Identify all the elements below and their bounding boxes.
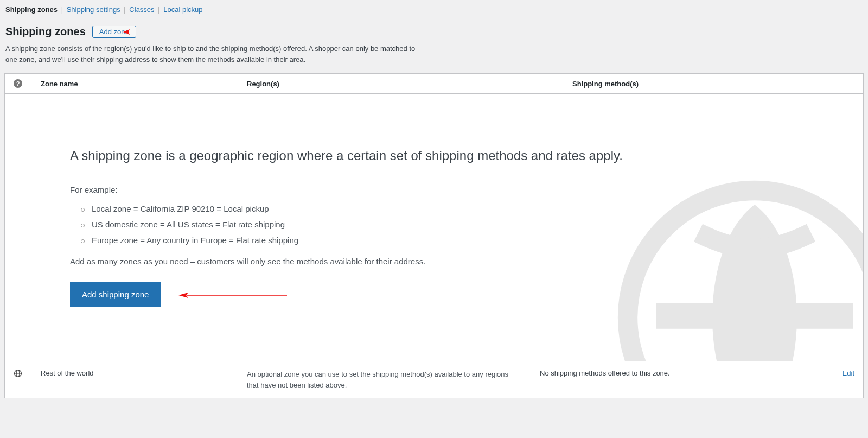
example-item: Europe zone = Any country in Europe = Fl… bbox=[81, 236, 798, 245]
empty-footer: Add as many zones as you need – customer… bbox=[70, 257, 798, 266]
svg-marker-0 bbox=[123, 29, 130, 35]
empty-title: A shipping zone is a geographic region w… bbox=[70, 148, 798, 163]
page-description: A shipping zone consists of the region(s… bbox=[5, 43, 418, 65]
subnav-shipping-zones[interactable]: Shipping zones bbox=[5, 5, 58, 14]
rest-zone-region: An optional zone you can use to set the … bbox=[247, 369, 540, 390]
empty-for-example: For example: bbox=[70, 185, 798, 194]
annotation-arrow-icon bbox=[178, 290, 287, 301]
subnav-classes[interactable]: Classes bbox=[129, 5, 154, 14]
rest-zone-name: Rest of the world bbox=[41, 369, 247, 377]
empty-state: A shipping zone is a geographic region w… bbox=[5, 94, 863, 361]
rest-zone-edit-link[interactable]: Edit bbox=[843, 369, 854, 377]
col-zone-name: Zone name bbox=[41, 80, 247, 88]
rest-of-world-row: Rest of the world An optional zone you c… bbox=[5, 361, 863, 398]
subnav-local-pickup[interactable]: Local pickup bbox=[163, 5, 202, 14]
example-item: Local zone = California ZIP 90210 = Loca… bbox=[81, 204, 798, 213]
zones-table: ? Zone name Region(s) Shipping method(s)… bbox=[4, 73, 864, 398]
col-region: Region(s) bbox=[247, 80, 572, 88]
col-method: Shipping method(s) bbox=[572, 80, 854, 88]
help-icon[interactable]: ? bbox=[14, 79, 22, 88]
svg-rect-2 bbox=[656, 303, 853, 329]
add-shipping-zone-button[interactable]: Add shipping zone bbox=[70, 282, 161, 307]
rest-zone-method: No shipping methods offered to this zone… bbox=[540, 369, 822, 377]
subnav-shipping-settings[interactable]: Shipping settings bbox=[67, 5, 120, 14]
page-title: Shipping zones bbox=[5, 26, 86, 38]
shipping-subnav: Shipping zones | Shipping settings | Cla… bbox=[4, 4, 864, 17]
globe-icon bbox=[14, 369, 22, 378]
example-item: US domestic zone = All US states = Flat … bbox=[81, 220, 798, 229]
annotation-arrow-icon bbox=[122, 28, 131, 36]
table-header: ? Zone name Region(s) Shipping method(s) bbox=[5, 74, 863, 94]
